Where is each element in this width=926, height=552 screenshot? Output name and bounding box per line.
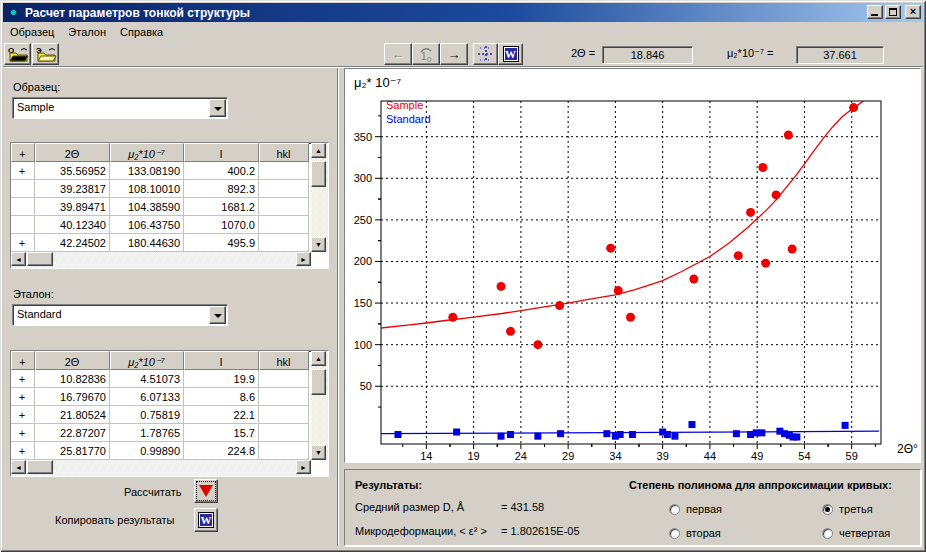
radio-second[interactable] [669, 528, 680, 539]
theta-value-field: 18.846 [602, 46, 693, 64]
right-arrow-icon: → [448, 48, 461, 61]
table-cell [11, 198, 35, 216]
table-cell: 6.07133 [110, 388, 184, 406]
radio-third-label[interactable]: третья [839, 503, 873, 515]
standard-point [688, 421, 695, 428]
radio-first-label[interactable]: первая [686, 503, 722, 515]
vscroll-thumb[interactable] [311, 369, 326, 395]
sample-point [758, 163, 767, 172]
table-header-row: +2Θμ₂*10⁻⁷Ihkl [11, 143, 328, 162]
scroll-up-button[interactable]: ▲ [311, 351, 326, 366]
hscroll-thumb[interactable] [27, 460, 53, 474]
table-cell [259, 162, 309, 180]
standard-point [629, 431, 636, 438]
microstrain-value: = 1.802615E-05 [501, 525, 580, 537]
x-tick-label: 44 [704, 450, 716, 462]
menu-help[interactable]: Справка [113, 24, 170, 40]
grid-toggle-button[interactable] [473, 43, 498, 65]
prev-point-button[interactable]: ← [384, 43, 412, 65]
standard-combobox[interactable]: Standard [12, 304, 228, 326]
sample-point [849, 103, 858, 112]
table-cell [259, 198, 309, 216]
scroll-up-button[interactable]: ▲ [311, 143, 326, 158]
radio-fourth[interactable] [822, 528, 833, 539]
x-tick-label: 54 [798, 450, 810, 462]
standard-point [498, 433, 505, 440]
radio-third[interactable] [822, 504, 833, 515]
radio-first[interactable] [669, 504, 680, 515]
menu-standard[interactable]: Эталон [61, 24, 113, 40]
table-row[interactable]: +22.872071.7876515.7 [11, 424, 328, 442]
table-row[interactable]: 39.23817108.10010892.3 [11, 180, 328, 198]
sample-point [614, 286, 623, 295]
standard-point [793, 434, 800, 441]
sample-combobox[interactable]: Sample [12, 97, 228, 119]
sample-table-hscrollbar[interactable]: ◄ ► [11, 252, 311, 268]
chart-panel: μ₂* 10⁻⁷ Sample Standard 2Θ° 50100150200… [344, 68, 921, 463]
table-header-cell: + [11, 351, 35, 370]
power-ten-icon: 1 0 [416, 45, 436, 63]
scroll-right-button[interactable]: ► [296, 460, 311, 474]
table-cell: + [11, 162, 35, 180]
table-row[interactable]: +10.828364.5107319.9 [11, 370, 328, 388]
scroll-right-button[interactable]: ► [296, 252, 311, 266]
scroll-left-button[interactable]: ◄ [11, 460, 26, 474]
table-row[interactable]: +16.796706.071338.6 [11, 388, 328, 406]
export-word-button[interactable]: W [498, 43, 523, 65]
sample-fit-line [381, 98, 867, 328]
copy-results-button[interactable]: W [194, 508, 218, 532]
scroll-down-button[interactable]: ▼ [311, 237, 326, 252]
table-row[interactable]: +35.56952133.08190400.2 [11, 162, 328, 180]
standard-table-vscrollbar[interactable]: ▲ ▼ [311, 351, 328, 460]
word-icon: W [198, 512, 214, 528]
table-row[interactable]: +25.817700.99890224.8 [11, 442, 328, 460]
standard-point [395, 431, 402, 438]
y-tick-label: 200 [354, 255, 372, 267]
table-cell: 1.78765 [110, 424, 184, 442]
maximize-button[interactable] [885, 5, 901, 19]
table-cell: 133.08190 [110, 162, 184, 180]
hscroll-thumb[interactable] [27, 252, 53, 266]
menu-sample[interactable]: Образец [3, 24, 61, 40]
mean-size-value: = 431.58 [501, 501, 544, 513]
table-cell [11, 216, 35, 234]
sample-combobox-arrow[interactable] [209, 99, 226, 117]
table-cell: 39.23817 [35, 180, 110, 198]
minimize-button[interactable] [867, 5, 883, 19]
open-folder-sample-icon: О [7, 45, 29, 63]
standard-point [603, 430, 610, 437]
table-cell: 22.87207 [35, 424, 110, 442]
vscroll-thumb[interactable] [311, 161, 326, 187]
table-header-cell: 2Θ [35, 143, 110, 162]
maximize-icon [889, 8, 897, 16]
sample-table-vscrollbar[interactable]: ▲ ▼ [311, 143, 328, 252]
calculate-button[interactable] [194, 479, 218, 503]
open-standard-button[interactable]: Э [32, 43, 59, 65]
sample-point [689, 274, 698, 283]
scroll-down-button[interactable]: ▼ [311, 445, 326, 460]
copy-results-label: Копировать результаты [55, 514, 174, 526]
table-row[interactable]: +42.24502180.44630495.9 [11, 234, 328, 252]
radio-fourth-label[interactable]: четвертая [839, 527, 890, 539]
table-cell: + [11, 442, 35, 460]
sample-point [448, 313, 457, 322]
table-cell [259, 234, 309, 252]
table-row[interactable]: 39.89471104.385901681.2 [11, 198, 328, 216]
next-point-button[interactable]: → [440, 43, 468, 65]
standard-table-hscrollbar[interactable]: ◄ ► [11, 460, 311, 476]
title-bar[interactable]: Расчет параметров тонкой структуры × [3, 3, 923, 22]
y-tick-label: 250 [354, 214, 372, 226]
table-header-cell: hkl [259, 143, 309, 162]
standard-point [842, 422, 849, 429]
y-tick-label: 350 [354, 131, 372, 143]
open-sample-button[interactable]: О [4, 43, 31, 65]
scroll-left-button[interactable]: ◄ [11, 252, 26, 266]
radio-second-label[interactable]: вторая [686, 527, 721, 539]
table-cell: 8.6 [184, 388, 259, 406]
standard-combobox-arrow[interactable] [209, 306, 226, 324]
close-button[interactable]: × [905, 5, 921, 19]
recalc-point-button[interactable]: 1 0 [412, 43, 440, 65]
table-row[interactable]: +21.805240.7581922.1 [11, 406, 328, 424]
table-cell: 42.24502 [35, 234, 110, 252]
table-row[interactable]: 40.12340106.437501070.0 [11, 216, 328, 234]
